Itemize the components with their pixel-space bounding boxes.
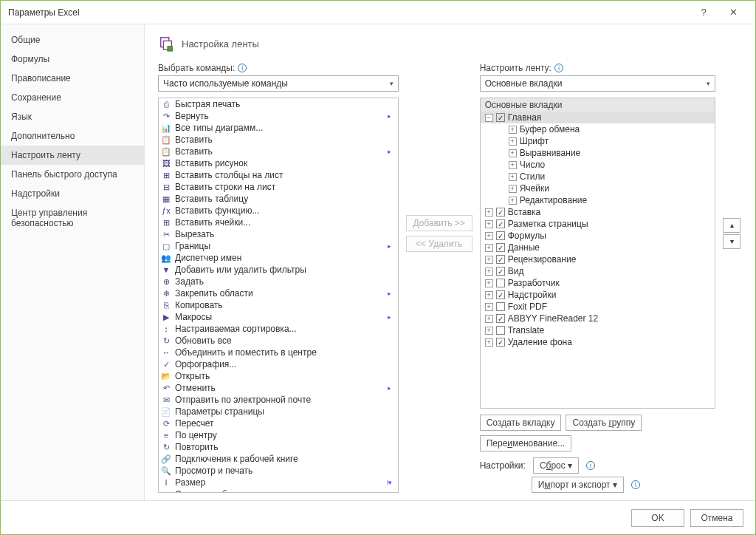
tree-node[interactable]: +Стили (481, 171, 715, 183)
expand-icon[interactable]: + (509, 149, 517, 157)
command-item[interactable]: IРазмерI▾ (159, 477, 398, 488)
command-item[interactable]: ▶Макросы▸ (159, 311, 398, 323)
expand-icon[interactable]: + (485, 327, 493, 335)
tree-node[interactable]: +Число (481, 159, 715, 171)
tree-node[interactable]: +Редактирование (481, 194, 715, 206)
sidebar-item[interactable]: Язык (1, 107, 144, 126)
command-item[interactable]: ƒxВставить функцию... (159, 205, 398, 217)
expand-icon[interactable]: + (485, 338, 493, 347)
sidebar-item[interactable]: Сохранение (1, 88, 144, 107)
new-group-button[interactable]: Создать группу (566, 415, 642, 431)
command-item[interactable]: 🔗Подключения к рабочей книге (159, 453, 398, 465)
tree-node[interactable]: +Ячейки (481, 183, 715, 194)
checkbox[interactable]: ✓ (496, 243, 505, 252)
ribbon-tree[interactable]: Основные вкладки−✓Главная+Буфер обмена+Ш… (480, 98, 715, 409)
info-icon[interactable]: i (631, 480, 640, 489)
sidebar-item[interactable]: Формулы (1, 50, 144, 69)
command-item[interactable]: ↶Отменить▸ (159, 382, 398, 394)
command-item[interactable]: 📊Все типы диаграмм... (159, 122, 398, 134)
command-item[interactable]: 🔍Просмотр и печать (159, 465, 398, 477)
customize-ribbon-dropdown[interactable]: Основные вкладки ▾ (480, 75, 715, 92)
close-button[interactable]: ✕ (718, 7, 748, 18)
sidebar-item[interactable]: Центр управления безопасностью (1, 203, 144, 233)
tree-node[interactable]: +✓Формулы (481, 230, 715, 242)
sidebar-item[interactable]: Панель быстрого доступа (1, 165, 144, 184)
command-item[interactable]: ⊞Вставить ячейки... (159, 217, 398, 228)
tree-node[interactable]: +Translate (481, 324, 715, 336)
command-item[interactable]: 👥Диспетчер имен (159, 252, 398, 264)
command-item[interactable]: ▼Добавить или удалить фильтры (159, 264, 398, 276)
command-item[interactable]: ⊟Вставить строки на лист (159, 181, 398, 193)
cancel-button[interactable]: Отмена (690, 509, 743, 527)
checkbox[interactable]: ✓ (496, 338, 505, 347)
reset-dropdown-button[interactable]: Сброс ▾ (533, 457, 579, 474)
command-item[interactable]: ⎘Копировать (159, 299, 398, 311)
expand-icon[interactable]: + (485, 315, 493, 323)
checkbox[interactable]: ✓ (496, 208, 505, 217)
command-item[interactable]: 🖼Вставить рисунок (159, 157, 398, 169)
command-item[interactable]: ↻Повторить (159, 441, 398, 453)
command-item[interactable]: ↔Объединить и поместить в центре (159, 347, 398, 358)
expand-icon[interactable]: + (485, 291, 493, 299)
checkbox[interactable]: ✓ (496, 231, 505, 240)
command-item[interactable]: 📄Параметры страницы (159, 406, 398, 418)
checkbox[interactable]: ✓ (496, 113, 505, 122)
command-item[interactable]: ✓Орфография... (159, 358, 398, 370)
checkbox[interactable] (496, 279, 505, 287)
move-down-button[interactable]: ▾ (723, 234, 740, 249)
collapse-icon[interactable]: − (485, 114, 493, 122)
add-button[interactable]: Добавить >> (406, 215, 472, 231)
rename-button[interactable]: Переименование... (480, 435, 572, 451)
tree-node[interactable]: +✓Рецензирование (481, 253, 715, 265)
sidebar-item[interactable]: Правописание (1, 69, 144, 88)
tree-node[interactable]: +Буфер обмена (481, 123, 715, 135)
expand-icon[interactable]: + (485, 256, 493, 264)
tree-node[interactable]: +✓Вид (481, 265, 715, 277)
sidebar-item[interactable]: Дополнительно (1, 126, 144, 146)
expand-icon[interactable]: + (485, 208, 493, 217)
expand-icon[interactable]: + (509, 197, 517, 205)
checkbox[interactable]: ✓ (496, 219, 505, 228)
command-item[interactable]: ⊞Сводная таблица (159, 488, 398, 493)
tree-node[interactable]: +✓Разметка страницы (481, 218, 715, 230)
info-icon[interactable]: i (554, 64, 563, 72)
ok-button[interactable]: OK (631, 509, 684, 527)
info-icon[interactable]: i (586, 461, 595, 470)
choose-commands-dropdown[interactable]: Часто используемые команды ▾ (158, 75, 399, 92)
tree-node[interactable]: +✓Вставка (481, 206, 715, 218)
expand-icon[interactable]: + (485, 268, 493, 276)
command-item[interactable]: ↕Настраиваемая сортировка... (159, 323, 398, 335)
command-item[interactable]: ✉Отправить по электронной почте (159, 394, 398, 406)
command-item[interactable]: 📋Вставить▸ (159, 146, 398, 157)
command-item[interactable]: ▦Вставить таблицу (159, 193, 398, 205)
expand-icon[interactable]: + (509, 126, 517, 134)
expand-icon[interactable]: + (509, 173, 517, 181)
command-item[interactable]: 📋Вставить (159, 134, 398, 146)
expand-icon[interactable]: + (485, 232, 493, 240)
sidebar-item[interactable]: Общие (1, 30, 144, 50)
checkbox[interactable]: ✓ (496, 267, 505, 276)
tree-node[interactable]: +✓Данные (481, 242, 715, 253)
command-item[interactable]: ↷Вернуть▸ (159, 110, 398, 122)
checkbox[interactable]: ✓ (496, 290, 505, 299)
expand-icon[interactable]: + (509, 137, 517, 146)
command-item[interactable]: ▢Границы▸ (159, 240, 398, 252)
expand-icon[interactable]: + (485, 244, 493, 252)
tree-node[interactable]: +✓Удаление фона (481, 336, 715, 348)
expand-icon[interactable]: + (485, 303, 493, 311)
tree-node[interactable]: +✓ABBYY FineReader 12 (481, 313, 715, 324)
expand-icon[interactable]: + (509, 185, 517, 193)
move-up-button[interactable]: ▴ (723, 218, 740, 233)
command-item[interactable]: ≡По центру (159, 429, 398, 441)
command-item[interactable]: ⊕Задать (159, 276, 398, 287)
checkbox[interactable] (496, 302, 505, 311)
tree-node[interactable]: +✓Надстройки (481, 289, 715, 301)
command-item[interactable]: ⟳Пересчет (159, 418, 398, 429)
command-item[interactable]: ⊞Вставить столбцы на лист (159, 169, 398, 181)
tree-node[interactable]: +Шрифт (481, 135, 715, 147)
info-icon[interactable]: i (238, 64, 247, 72)
remove-button[interactable]: << Удалить (406, 236, 472, 252)
checkbox[interactable]: ✓ (496, 314, 505, 323)
checkbox[interactable]: ✓ (496, 255, 505, 264)
sidebar-item[interactable]: Настроить ленту (1, 146, 144, 165)
